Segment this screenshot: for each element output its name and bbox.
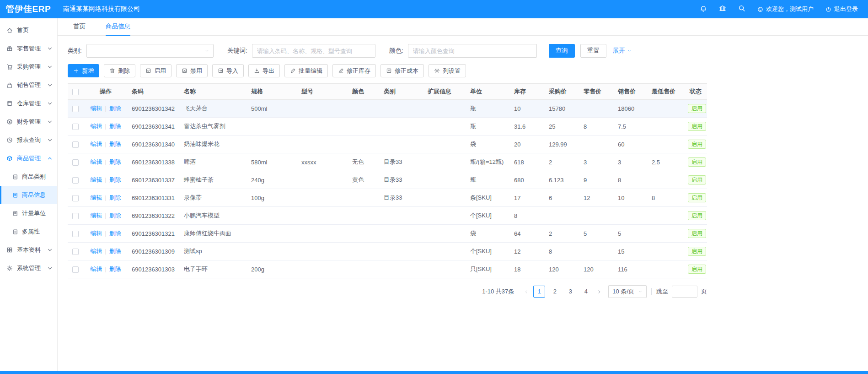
row-checkbox[interactable] [72,213,79,219]
cell: 奶油味爆米花 [180,136,247,153]
keyword-input[interactable] [252,44,375,58]
bank-icon[interactable] [719,5,726,14]
import-icon [218,68,224,74]
table-row: 编辑|删除6901236301322小鹏汽车模型个[SKU]8启用 [68,207,707,225]
tab-product-info[interactable]: 商品信息 [106,18,130,36]
delete-link[interactable]: 删除 [109,194,121,201]
batch-edit-button[interactable]: 批量编辑 [284,64,328,77]
page-3-button[interactable]: 3 [564,286,576,298]
filter-bar: 类别: 关键词: 颜色: 查询 重置 展开 [68,44,858,58]
delete-link[interactable]: 删除 [109,248,121,255]
fix-cost-button[interactable]: 修正成本 [380,64,424,77]
edit-link[interactable]: 编辑 [90,230,102,237]
tab-home[interactable]: 首页 [73,18,86,36]
fix-stock-button[interactable]: 修正库存 [332,64,376,77]
sidebar-item-product[interactable]: 商品管理 [0,149,57,168]
enable-button[interactable]: 启用 [140,64,171,77]
import-button[interactable]: 导入 [212,64,244,77]
page-size-select[interactable]: 10 条/页 [608,285,647,298]
cell: 7.5 [614,118,648,136]
delete-button[interactable]: 删除 [104,64,135,77]
page-2-button[interactable]: 2 [549,286,561,298]
next-page-button[interactable] [594,285,605,298]
sidebar-subitem[interactable]: 多属性 [0,222,57,241]
search-button[interactable]: 查询 [549,44,575,58]
row-checkbox[interactable] [72,106,79,112]
edit-link[interactable]: 编辑 [90,141,102,147]
bell-icon[interactable] [700,5,707,14]
edit-link[interactable]: 编辑 [90,212,102,219]
reset-button[interactable]: 重置 [580,44,606,58]
sidebar-item-purchase[interactable]: 采购管理 [0,58,57,76]
chevron-up-icon [47,155,53,162]
cell [298,243,348,260]
delete-link[interactable]: 删除 [109,212,121,219]
edit-link[interactable]: 编辑 [90,123,102,130]
chevron-down-icon [47,247,53,253]
cell [424,207,466,225]
sidebar-item-warehouse[interactable]: 仓库管理 [0,94,57,113]
delete-link[interactable]: 删除 [109,176,121,183]
delete-link[interactable]: 删除 [109,123,121,130]
cell: 6901236301309 [128,243,180,260]
row-checkbox[interactable] [72,231,79,237]
row-checkbox[interactable] [72,266,79,273]
add-button[interactable]: 新增 [68,64,99,77]
select-all-checkbox[interactable] [72,89,79,95]
page-1-button[interactable]: 1 [533,286,545,298]
disable-button[interactable]: 禁用 [176,64,208,77]
edit-link[interactable]: 编辑 [90,266,102,272]
column-settings-button[interactable]: 列设置 [429,64,466,77]
table-row: 编辑|删除6901236301342飞天茅台500ml瓶101578018060… [68,100,707,118]
cell [424,171,466,189]
logout-button[interactable]: 退出登录 [825,5,858,13]
sidebar-item-finance[interactable]: 财务管理 [0,113,57,131]
welcome-user[interactable]: 欢迎您，测试用户 [757,5,814,13]
search-icon[interactable] [738,5,745,14]
row-checkbox[interactable] [72,124,79,130]
row-checkbox[interactable] [72,177,79,184]
category-select[interactable] [86,44,214,58]
edit-link[interactable]: 编辑 [90,248,102,255]
cell [247,118,298,136]
edit-link[interactable]: 编辑 [90,158,102,165]
home-icon [6,27,13,33]
row-checkbox[interactable] [72,159,79,166]
cell: 瓶/(箱=12瓶) [466,153,510,171]
delete-link[interactable]: 删除 [109,105,121,112]
page-4-button[interactable]: 4 [580,286,592,298]
row-checkbox[interactable] [72,141,79,148]
cell: 6 [545,189,580,207]
column-header: 最低售价 [648,84,684,100]
delete-link[interactable]: 删除 [109,230,121,237]
sidebar-item-basic[interactable]: 基本资料 [0,241,57,259]
sidebar-item-system[interactable]: 系统管理 [0,259,57,277]
edit-link[interactable]: 编辑 [90,105,102,112]
edit-link[interactable]: 编辑 [90,176,102,183]
sidebar-item-retail[interactable]: 零售管理 [0,39,57,58]
delete-link[interactable]: 删除 [109,141,121,147]
sidebar-item-report[interactable]: 报表查询 [0,131,57,149]
sidebar-item-home[interactable]: 首页 [0,21,57,39]
row-checkbox[interactable] [72,249,79,255]
pencil-icon [290,68,296,74]
row-checkbox[interactable] [72,195,79,201]
expand-link[interactable]: 展开 [613,47,632,55]
button-label: 删除 [118,67,130,75]
sidebar-item-sale[interactable]: 销售管理 [0,76,57,94]
edit-link[interactable]: 编辑 [90,194,102,201]
color-input[interactable] [408,44,537,58]
delete-link[interactable]: 删除 [109,266,121,272]
jump-input[interactable] [672,286,697,298]
sidebar-subitem[interactable]: 商品信息 [0,186,57,204]
sidebar-item-label: 首页 [17,26,29,34]
sidebar-subitem[interactable]: 计量单位 [0,204,57,222]
cell [424,243,466,260]
sidebar-subitem[interactable]: 商品类别 [0,168,57,186]
prev-page-button[interactable] [520,285,531,298]
cell: 8 [545,243,580,260]
export-button[interactable]: 导出 [248,64,280,77]
cell: 680 [510,171,545,189]
cell: 120 [545,260,580,278]
delete-link[interactable]: 删除 [109,158,121,165]
